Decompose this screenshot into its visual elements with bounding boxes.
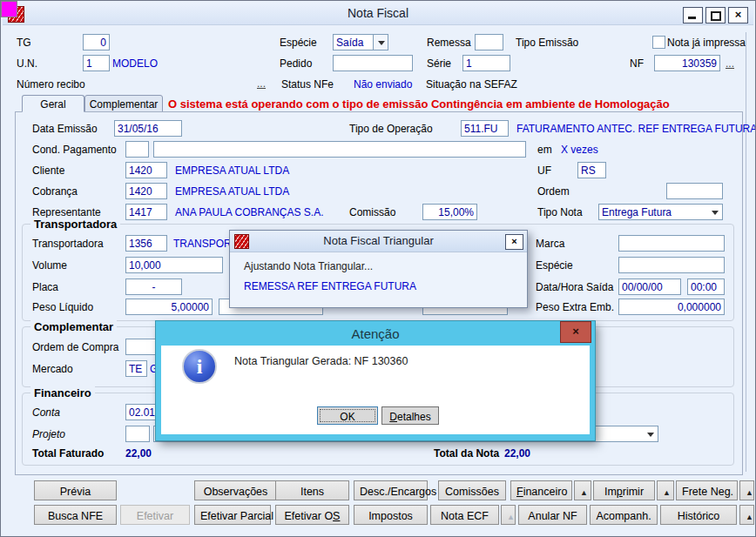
- total-faturado-value: 22,00: [125, 447, 152, 460]
- ordem-label: Ordem: [537, 185, 570, 198]
- remessa-field[interactable]: [475, 34, 503, 50]
- nota-ecf-expand-button[interactable]: ▲: [501, 505, 516, 525]
- placa-field[interactable]: -: [125, 279, 182, 295]
- representante-desc: ANA PAULA COBRANÇAS S.A.: [175, 206, 324, 218]
- pedido-field[interactable]: [333, 55, 413, 71]
- peso-liquido-field[interactable]: 5,00000: [125, 299, 213, 315]
- data-saida-field[interactable]: 00/00/00: [618, 279, 681, 295]
- up-arrow-icon: ▲: [507, 513, 515, 521]
- frete-neg-button[interactable]: Frete Neg.: [676, 480, 738, 500]
- especie-emb-field[interactable]: [618, 257, 725, 273]
- transportadora-group-title: Transportadora: [30, 218, 120, 231]
- total-faturado-label: Total Faturado: [32, 447, 104, 460]
- total-nota-value: 22,00: [504, 447, 530, 460]
- minimize-button[interactable]: [683, 7, 703, 23]
- numero-recibo-label: Número recibo: [17, 78, 85, 91]
- window-title: Nota Fiscal: [3, 6, 753, 20]
- peso-liquido-label: Peso Líquido: [32, 301, 93, 313]
- representante-code-field[interactable]: 1417: [125, 204, 167, 220]
- tab-geral[interactable]: Geral: [22, 95, 84, 112]
- window-controls: ×: [683, 7, 748, 23]
- nota-fiscal-window: Nota Fiscal × TG 0 Espécie Saída Remessa…: [0, 0, 756, 537]
- acompanh-button[interactable]: Acompanh.: [590, 505, 658, 525]
- cond-pagamento-label: Cond. Pagamento: [32, 144, 117, 156]
- dialog-message-1: Ajustando Nota Triangular...: [244, 260, 373, 272]
- nf-field[interactable]: 130359: [654, 55, 720, 71]
- data-emissao-field[interactable]: 31/05/16: [114, 120, 182, 137]
- detalhes-button[interactable]: Detalhes: [381, 406, 439, 425]
- un-field[interactable]: 1: [83, 55, 110, 71]
- financeiro-expand-button[interactable]: ▲: [574, 480, 591, 500]
- impostos-button[interactable]: Impostos: [354, 505, 428, 525]
- cond-pagamento-desc-field[interactable]: [153, 141, 526, 158]
- observacoes-button[interactable]: Observações: [194, 480, 277, 500]
- peso-extra-field[interactable]: 0,000000: [618, 299, 725, 315]
- up-arrow-icon: ▲: [746, 488, 753, 497]
- volume-field[interactable]: 10,000: [125, 257, 223, 273]
- contingency-warning: O sistema está operando com o tipo de em…: [168, 97, 670, 111]
- close-button[interactable]: ×: [728, 7, 748, 23]
- itens-button[interactable]: Itens: [275, 480, 349, 500]
- comissoes-button[interactable]: Comissões: [438, 480, 506, 500]
- mercado-label: Mercado: [32, 363, 73, 375]
- transportadora-code-field[interactable]: 1356: [125, 235, 167, 252]
- minimize-icon: [688, 17, 696, 19]
- recibo-more-button[interactable]: ...: [257, 77, 266, 90]
- complementar-group-title: Complementar: [30, 320, 117, 333]
- cobranca-label: Cobrança: [32, 185, 78, 198]
- marca-field[interactable]: [618, 235, 725, 252]
- transportadora-label: Transportadora: [32, 238, 104, 250]
- volume-label: Volume: [32, 259, 67, 272]
- dialog-title: Nota Fiscal Triangular: [230, 234, 527, 247]
- cliente-code-field[interactable]: 1420: [125, 162, 167, 178]
- total-nota-label: Total da Nota: [434, 447, 499, 460]
- serie-field[interactable]: 1: [462, 55, 510, 71]
- efetivar-parcial-button[interactable]: Efetivar Parcial: [194, 505, 271, 525]
- mercado-code-field[interactable]: TE: [125, 360, 147, 377]
- tipo-emissao-label: Tipo Emissão: [516, 37, 578, 49]
- nota-impressa-label: Nota já impressa: [667, 37, 746, 49]
- nota-ecf-button[interactable]: Nota ECF: [430, 505, 499, 525]
- projeto-code-field[interactable]: [125, 426, 150, 442]
- frete-neg-expand-button[interactable]: ▲: [739, 480, 754, 500]
- financeiro-button[interactable]: Financeiro: [510, 480, 572, 500]
- info-icon: i: [182, 349, 217, 384]
- chevron-down-icon: [712, 211, 719, 215]
- cond-pagamento-code-field[interactable]: [125, 141, 149, 158]
- uf-field[interactable]: RS: [577, 162, 606, 178]
- especie-select[interactable]: Saída: [333, 34, 388, 50]
- imprimir-expand-button[interactable]: ▲: [657, 480, 674, 500]
- comissao-field[interactable]: 15,00%: [422, 204, 477, 220]
- hora-saida-field[interactable]: 00:00: [687, 279, 725, 295]
- historico-expand-button[interactable]: ▲: [739, 505, 754, 525]
- efetivar-os-button[interactable]: Efetivar OS: [275, 505, 349, 525]
- tab-complementar[interactable]: Complementar: [84, 95, 163, 112]
- dialog-close-button[interactable]: ×: [560, 321, 591, 343]
- tipo-operacao-field[interactable]: 511.FU: [461, 120, 509, 137]
- previa-button[interactable]: Prévia: [34, 480, 117, 500]
- desc-encargos-button[interactable]: Desc./Encargos: [354, 480, 428, 500]
- tg-label: TG: [17, 37, 31, 49]
- tipo-nota-select[interactable]: Entrega Futura: [598, 204, 723, 220]
- nota-impressa-checkbox[interactable]: [652, 36, 665, 49]
- cliente-label: Cliente: [32, 164, 64, 177]
- especie-dropdown-button[interactable]: [373, 35, 388, 50]
- ok-button[interactable]: OK: [317, 406, 378, 425]
- close-icon: ×: [729, 8, 747, 22]
- ordem-field[interactable]: [666, 183, 723, 199]
- cobranca-code-field[interactable]: 1420: [125, 183, 167, 199]
- up-arrow-icon: ▲: [663, 488, 671, 497]
- anular-nf-button[interactable]: Anular NF: [518, 505, 587, 525]
- maximize-button[interactable]: [705, 7, 726, 23]
- status-nfe-label: Status NFe: [281, 78, 334, 91]
- nf-more-button[interactable]: ...: [726, 57, 734, 70]
- imprimir-button[interactable]: Imprimir: [593, 480, 655, 500]
- busca-nfe-button[interactable]: Busca NFE: [34, 505, 117, 525]
- historico-button[interactable]: Histórico: [660, 505, 737, 525]
- nf-label: NF: [630, 57, 644, 70]
- x-vezes-label: X vezes: [561, 144, 598, 156]
- tg-field[interactable]: 0: [83, 34, 110, 50]
- dialog-close-button[interactable]: ×: [505, 234, 523, 250]
- title-bar: Nota Fiscal ×: [3, 3, 753, 25]
- projeto-label: Projeto: [32, 428, 65, 440]
